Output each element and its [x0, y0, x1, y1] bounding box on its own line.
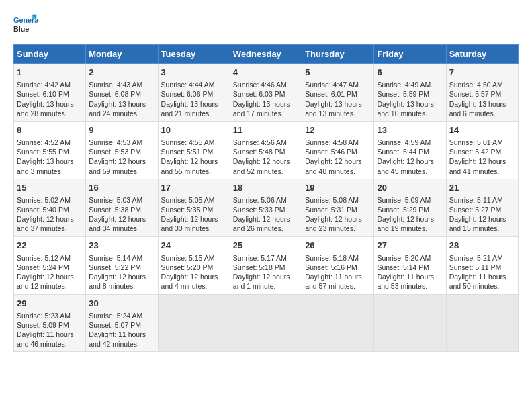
cell-content: Sunrise: 4:52 AMSunset: 5:55 PMDaylight:… — [17, 138, 83, 176]
page-header: General Blue — [13, 13, 519, 38]
calendar-cell — [374, 294, 446, 352]
calendar-table: SundayMondayTuesdayWednesdayThursdayFrid… — [13, 44, 519, 352]
calendar-cell: 28Sunrise: 5:21 AMSunset: 5:11 PMDayligh… — [446, 236, 518, 294]
day-number: 24 — [161, 240, 227, 252]
cell-content: Sunrise: 4:46 AMSunset: 6:03 PMDaylight:… — [233, 80, 299, 118]
cell-content: Sunrise: 5:03 AMSunset: 5:38 PMDaylight:… — [89, 195, 154, 234]
weekday-header: Monday — [86, 45, 158, 64]
calendar-cell: 14Sunrise: 5:01 AMSunset: 5:42 PMDayligh… — [446, 121, 518, 179]
cell-content: Sunrise: 5:06 AMSunset: 5:33 PMDaylight:… — [233, 195, 299, 234]
day-number: 30 — [89, 298, 154, 310]
day-number: 5 — [305, 66, 371, 79]
calendar-cell: 24Sunrise: 5:15 AMSunset: 5:20 PMDayligh… — [158, 236, 230, 294]
day-number: 18 — [233, 182, 299, 194]
day-number: 26 — [305, 240, 371, 252]
calendar-cell: 29Sunrise: 5:23 AMSunset: 5:09 PMDayligh… — [14, 294, 86, 352]
calendar-cell: 22Sunrise: 5:12 AMSunset: 5:24 PMDayligh… — [14, 236, 86, 294]
cell-content: Sunrise: 4:58 AMSunset: 5:46 PMDaylight:… — [305, 138, 371, 176]
calendar-cell: 9Sunrise: 4:53 AMSunset: 5:53 PMDaylight… — [86, 121, 158, 179]
calendar-cell: 10Sunrise: 4:55 AMSunset: 5:51 PMDayligh… — [158, 121, 230, 179]
cell-content: Sunrise: 4:44 AMSunset: 6:06 PMDaylight:… — [161, 80, 227, 118]
calendar-cell: 21Sunrise: 5:11 AMSunset: 5:27 PMDayligh… — [446, 179, 518, 236]
calendar-cell — [158, 294, 230, 352]
logo-icon: General Blue — [13, 13, 38, 38]
cell-content: Sunrise: 4:53 AMSunset: 5:53 PMDaylight:… — [89, 138, 154, 176]
day-number: 28 — [449, 240, 515, 252]
calendar-week-row: 22Sunrise: 5:12 AMSunset: 5:24 PMDayligh… — [14, 236, 519, 294]
cell-content: Sunrise: 5:14 AMSunset: 5:22 PMDaylight:… — [89, 253, 154, 291]
weekday-header: Tuesday — [158, 45, 230, 64]
cell-content: Sunrise: 4:49 AMSunset: 5:59 PMDaylight:… — [377, 80, 443, 118]
day-number: 19 — [305, 182, 371, 194]
day-number: 7 — [449, 66, 515, 79]
day-number: 14 — [449, 124, 515, 136]
day-number: 1 — [17, 66, 83, 79]
cell-content: Sunrise: 5:24 AMSunset: 5:07 PMDaylight:… — [89, 311, 154, 349]
cell-content: Sunrise: 4:47 AMSunset: 6:01 PMDaylight:… — [305, 80, 371, 118]
calendar-cell: 17Sunrise: 5:05 AMSunset: 5:35 PMDayligh… — [158, 179, 230, 236]
calendar-cell — [230, 294, 302, 352]
cell-content: Sunrise: 4:43 AMSunset: 6:08 PMDaylight:… — [89, 80, 154, 118]
calendar-cell: 8Sunrise: 4:52 AMSunset: 5:55 PMDaylight… — [14, 121, 86, 179]
calendar-cell: 26Sunrise: 5:18 AMSunset: 5:16 PMDayligh… — [302, 236, 374, 294]
calendar-cell: 3Sunrise: 4:44 AMSunset: 6:06 PMDaylight… — [158, 64, 230, 122]
calendar-cell: 30Sunrise: 5:24 AMSunset: 5:07 PMDayligh… — [86, 294, 158, 352]
cell-content: Sunrise: 5:23 AMSunset: 5:09 PMDaylight:… — [17, 311, 83, 349]
day-number: 20 — [377, 182, 443, 194]
day-number: 21 — [449, 182, 515, 194]
calendar-cell: 6Sunrise: 4:49 AMSunset: 5:59 PMDaylight… — [374, 64, 446, 122]
cell-content: Sunrise: 5:18 AMSunset: 5:16 PMDaylight:… — [305, 253, 371, 291]
day-number: 23 — [89, 240, 154, 252]
day-number: 4 — [233, 66, 299, 79]
calendar-cell: 23Sunrise: 5:14 AMSunset: 5:22 PMDayligh… — [86, 236, 158, 294]
calendar-cell: 5Sunrise: 4:47 AMSunset: 6:01 PMDaylight… — [302, 64, 374, 122]
day-number: 22 — [17, 240, 83, 252]
calendar-cell: 15Sunrise: 5:02 AMSunset: 5:40 PMDayligh… — [14, 179, 86, 236]
day-number: 17 — [161, 182, 227, 194]
calendar-week-row: 8Sunrise: 4:52 AMSunset: 5:55 PMDaylight… — [14, 121, 519, 179]
cell-content: Sunrise: 4:59 AMSunset: 5:44 PMDaylight:… — [377, 138, 443, 176]
cell-content: Sunrise: 5:09 AMSunset: 5:29 PMDaylight:… — [377, 195, 443, 234]
day-number: 9 — [89, 124, 154, 136]
calendar-cell: 11Sunrise: 4:56 AMSunset: 5:48 PMDayligh… — [230, 121, 302, 179]
day-number: 10 — [161, 124, 227, 136]
calendar-week-row: 1Sunrise: 4:42 AMSunset: 6:10 PMDaylight… — [14, 64, 519, 122]
cell-content: Sunrise: 5:11 AMSunset: 5:27 PMDaylight:… — [449, 195, 515, 234]
calendar-cell: 27Sunrise: 5:20 AMSunset: 5:14 PMDayligh… — [374, 236, 446, 294]
calendar-cell: 25Sunrise: 5:17 AMSunset: 5:18 PMDayligh… — [230, 236, 302, 294]
logo: General Blue — [13, 13, 38, 38]
cell-content: Sunrise: 5:02 AMSunset: 5:40 PMDaylight:… — [17, 195, 83, 234]
weekday-header-row: SundayMondayTuesdayWednesdayThursdayFrid… — [14, 45, 519, 64]
day-number: 15 — [17, 182, 83, 194]
calendar-week-row: 29Sunrise: 5:23 AMSunset: 5:09 PMDayligh… — [14, 294, 519, 352]
day-number: 12 — [305, 124, 371, 136]
calendar-cell: 4Sunrise: 4:46 AMSunset: 6:03 PMDaylight… — [230, 64, 302, 122]
svg-text:Blue: Blue — [13, 25, 29, 33]
weekday-header: Sunday — [14, 45, 86, 64]
cell-content: Sunrise: 4:56 AMSunset: 5:48 PMDaylight:… — [233, 138, 299, 176]
calendar-week-row: 15Sunrise: 5:02 AMSunset: 5:40 PMDayligh… — [14, 179, 519, 236]
day-number: 25 — [233, 240, 299, 252]
calendar-cell: 13Sunrise: 4:59 AMSunset: 5:44 PMDayligh… — [374, 121, 446, 179]
calendar-cell: 12Sunrise: 4:58 AMSunset: 5:46 PMDayligh… — [302, 121, 374, 179]
weekday-header: Thursday — [302, 45, 374, 64]
calendar-cell: 20Sunrise: 5:09 AMSunset: 5:29 PMDayligh… — [374, 179, 446, 236]
day-number: 16 — [89, 182, 154, 194]
calendar-cell: 2Sunrise: 4:43 AMSunset: 6:08 PMDaylight… — [86, 64, 158, 122]
day-number: 8 — [17, 124, 83, 136]
cell-content: Sunrise: 5:05 AMSunset: 5:35 PMDaylight:… — [161, 195, 227, 234]
cell-content: Sunrise: 5:15 AMSunset: 5:20 PMDaylight:… — [161, 253, 227, 291]
calendar-cell — [446, 294, 518, 352]
calendar-cell: 19Sunrise: 5:08 AMSunset: 5:31 PMDayligh… — [302, 179, 374, 236]
cell-content: Sunrise: 4:50 AMSunset: 5:57 PMDaylight:… — [449, 80, 515, 118]
weekday-header: Friday — [374, 45, 446, 64]
cell-content: Sunrise: 5:01 AMSunset: 5:42 PMDaylight:… — [449, 138, 515, 176]
day-number: 11 — [233, 124, 299, 136]
day-number: 27 — [377, 240, 443, 252]
day-number: 13 — [377, 124, 443, 136]
cell-content: Sunrise: 5:21 AMSunset: 5:11 PMDaylight:… — [449, 253, 515, 291]
weekday-header: Wednesday — [230, 45, 302, 64]
day-number: 3 — [161, 66, 227, 79]
weekday-header: Saturday — [446, 45, 518, 64]
cell-content: Sunrise: 4:42 AMSunset: 6:10 PMDaylight:… — [17, 80, 83, 118]
